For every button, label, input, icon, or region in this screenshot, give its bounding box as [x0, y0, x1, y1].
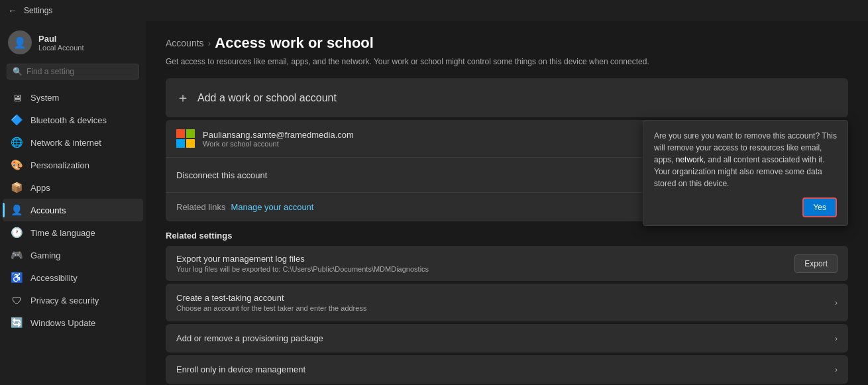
accessibility-icon: ♿	[11, 272, 23, 284]
test-account-row[interactable]: Create a test-taking account Choose an a…	[166, 284, 848, 321]
manage-account-link[interactable]: Manage your account	[231, 202, 313, 212]
test-account-content: Create a test-taking account Choose an a…	[176, 293, 835, 312]
time-icon: 🕐	[11, 227, 23, 239]
breadcrumb-current: Access work or school	[215, 34, 374, 52]
sidebar-label-system: System	[30, 93, 59, 103]
add-account-label: Add a work or school account	[197, 92, 337, 104]
chevron-right-icon-3: ›	[835, 365, 838, 374]
microsoft-logo	[176, 129, 195, 148]
device-management-card[interactable]: Enroll only in device management ›	[166, 355, 848, 384]
content-area: Accounts › Access work or school Get acc…	[146, 21, 868, 385]
search-input[interactable]	[27, 67, 133, 76]
sidebar-item-accessibility[interactable]: ♿ Accessibility	[3, 266, 143, 289]
user-section: 👤 Paul Local Account	[0, 24, 146, 64]
windows-update-icon: 🔄	[11, 317, 23, 329]
device-management-title: Enroll only in device management	[176, 364, 835, 374]
sidebar-item-accounts[interactable]: 👤 Accounts	[3, 199, 143, 221]
sidebar-label-gaming: Gaming	[30, 250, 61, 260]
export-card: Export your management log files Your lo…	[166, 246, 848, 281]
gaming-icon: 🎮	[11, 249, 23, 261]
add-icon: ＋	[176, 89, 190, 107]
sidebar-label-network: Network & internet	[30, 138, 101, 148]
add-account-card: ＋ Add a work or school account	[166, 78, 848, 117]
ms-logo-red	[176, 129, 185, 138]
sidebar-label-privacy: Privacy & security	[30, 296, 99, 305]
title-bar: ← Settings	[0, 0, 868, 21]
test-account-card[interactable]: Create a test-taking account Choose an a…	[166, 284, 848, 321]
provisioning-card[interactable]: Add or remove a provisioning package ›	[166, 324, 848, 353]
sidebar-label-personalization: Personalization	[30, 160, 89, 170]
sidebar-item-windows-update[interactable]: 🔄 Windows Update	[3, 311, 143, 334]
app-title: Settings	[24, 6, 52, 15]
popup-bold-network: network	[676, 155, 704, 164]
sidebar-item-time[interactable]: 🕐 Time & language	[3, 221, 143, 244]
search-box[interactable]: 🔍	[7, 64, 139, 80]
breadcrumb: Accounts › Access work or school	[166, 34, 848, 52]
user-name: Paul	[38, 34, 84, 44]
sidebar-item-system[interactable]: 🖥 System	[3, 86, 143, 109]
page-description: Get access to resources like email, apps…	[166, 57, 848, 66]
provisioning-title: Add or remove a provisioning package	[176, 333, 835, 343]
accounts-icon: 👤	[11, 204, 23, 216]
export-sub: Your log files will be exported to: C:\U…	[176, 265, 787, 273]
sidebar-label-time: Time & language	[30, 228, 95, 238]
sidebar-item-bluetooth[interactable]: 🔷 Bluetooth & devices	[3, 109, 143, 131]
popup-actions: Yes	[654, 197, 837, 217]
account-row[interactable]: Pauliansang.samte@framedmedia.com Work o…	[166, 120, 848, 157]
sidebar-label-accounts: Accounts	[30, 205, 66, 215]
popup-text: Are you sure you want to remove this acc…	[654, 130, 837, 190]
export-row: Export your management log files Your lo…	[166, 246, 848, 281]
user-role: Local Account	[38, 44, 84, 52]
chevron-right-icon-2: ›	[835, 334, 838, 343]
search-icon: 🔍	[13, 67, 23, 76]
chevron-right-icon: ›	[835, 298, 838, 307]
sidebar-item-apps[interactable]: 📦 Apps	[3, 176, 143, 199]
provisioning-content: Add or remove a provisioning package	[176, 333, 835, 343]
bluetooth-icon: 🔷	[11, 114, 23, 126]
back-button[interactable]: ←	[8, 5, 17, 16]
export-title: Export your management log files	[176, 254, 787, 264]
privacy-icon: 🛡	[11, 294, 23, 306]
test-account-title: Create a test-taking account	[176, 293, 835, 303]
personalization-icon: 🎨	[11, 159, 23, 171]
add-account-row[interactable]: ＋ Add a work or school account	[166, 78, 848, 117]
avatar: 👤	[8, 30, 32, 54]
test-account-sub: Choose an account for the test taker and…	[176, 304, 835, 312]
user-info: Paul Local Account	[38, 34, 84, 52]
system-icon: 🖥	[11, 91, 23, 103]
provisioning-row[interactable]: Add or remove a provisioning package ›	[166, 324, 848, 353]
confirmation-popup: Are you sure you want to remove this acc…	[643, 120, 848, 226]
network-icon: 🌐	[11, 137, 23, 148]
apps-icon: 📦	[11, 182, 23, 193]
device-management-content: Enroll only in device management	[176, 364, 835, 374]
sidebar-label-apps: Apps	[30, 183, 50, 193]
account-card-wrapper: Pauliansang.samte@framedmedia.com Work o…	[166, 120, 848, 221]
breadcrumb-parent[interactable]: Accounts	[166, 38, 204, 48]
related-links-label: Related links	[176, 202, 225, 212]
sidebar-item-personalization[interactable]: 🎨 Personalization	[3, 154, 143, 176]
breadcrumb-separator: ›	[208, 38, 211, 48]
ms-logo-blue	[176, 139, 185, 148]
related-settings-title: Related settings	[166, 231, 848, 241]
sidebar-label-bluetooth: Bluetooth & devices	[30, 115, 107, 125]
sidebar-label-windows-update: Windows Update	[30, 318, 95, 328]
device-management-row[interactable]: Enroll only in device management ›	[166, 355, 848, 384]
export-button[interactable]: Export	[794, 254, 838, 273]
sidebar-item-network[interactable]: 🌐 Network & internet	[3, 131, 143, 154]
sidebar: 👤 Paul Local Account 🔍 🖥 System 🔷 Blueto…	[0, 21, 146, 385]
yes-button[interactable]: Yes	[802, 197, 837, 217]
ms-logo-green	[186, 129, 195, 138]
sidebar-label-accessibility: Accessibility	[30, 273, 78, 283]
sidebar-item-privacy[interactable]: 🛡 Privacy & security	[3, 289, 143, 311]
export-row-content: Export your management log files Your lo…	[176, 254, 787, 273]
ms-logo-yellow	[186, 139, 195, 148]
sidebar-item-gaming[interactable]: 🎮 Gaming	[3, 244, 143, 266]
